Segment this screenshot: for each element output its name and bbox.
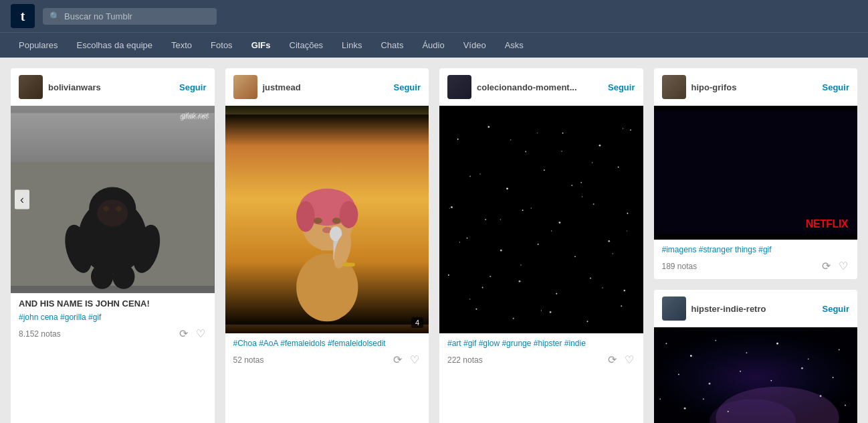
nav-item-video[interactable]: Vídeo bbox=[455, 35, 494, 56]
blog-name-1[interactable]: bolivianwars bbox=[48, 82, 101, 92]
avatar-hipster[interactable] bbox=[662, 297, 686, 321]
tags-4a[interactable]: #imagens #stranger things #gif bbox=[662, 245, 850, 254]
blog-name-3[interactable]: colecionando-moment... bbox=[477, 82, 577, 92]
card-footer-1: AND HIS NAME IS JOHN CENA! #john cena #g… bbox=[11, 293, 215, 347]
svg-point-57 bbox=[550, 311, 552, 313]
prev-arrow-1[interactable]: ‹ bbox=[15, 190, 29, 209]
svg-point-6 bbox=[103, 206, 109, 211]
svg-point-35 bbox=[544, 169, 545, 171]
actions-3: ⟳ ♡ bbox=[607, 352, 635, 367]
svg-point-81 bbox=[727, 411, 728, 412]
space-gif bbox=[654, 327, 858, 423]
svg-point-45 bbox=[500, 250, 502, 252]
follow-btn-2[interactable]: Seguir bbox=[394, 82, 421, 92]
avatar-hipogrifos[interactable] bbox=[662, 75, 686, 99]
header: t 🔍 bbox=[0, 0, 868, 32]
like-btn-3[interactable]: ♡ bbox=[623, 352, 635, 367]
netflix-gif: NETFLIX bbox=[654, 106, 858, 240]
svg-point-37 bbox=[618, 167, 619, 168]
svg-point-69 bbox=[838, 349, 839, 351]
actions-4a: ⟳ ♡ bbox=[821, 258, 849, 274]
reblog-btn-2[interactable]: ⟳ bbox=[392, 352, 403, 367]
svg-point-72 bbox=[740, 371, 741, 372]
svg-point-47 bbox=[574, 256, 576, 257]
nav-item-gifs[interactable]: GIFs bbox=[243, 35, 279, 56]
svg-point-55 bbox=[475, 309, 477, 310]
svg-rect-61 bbox=[654, 111, 858, 235]
svg-point-59 bbox=[621, 305, 622, 307]
search-icon: 🔍 bbox=[49, 11, 60, 21]
svg-point-66 bbox=[746, 352, 747, 353]
post-image-3[interactable] bbox=[439, 106, 643, 333]
nav-item-audio[interactable]: Áudio bbox=[414, 35, 452, 56]
svg-point-44 bbox=[467, 238, 468, 239]
nav-item-links[interactable]: Links bbox=[334, 35, 370, 56]
svg-point-58 bbox=[587, 321, 588, 322]
avatar-colecionando[interactable] bbox=[447, 75, 471, 99]
reblog-btn-3[interactable]: ⟳ bbox=[607, 352, 618, 367]
follow-btn-1[interactable]: Seguir bbox=[179, 82, 206, 92]
nav-item-fotos[interactable]: Fotos bbox=[203, 35, 241, 56]
tumblr-logo[interactable]: t bbox=[11, 4, 35, 28]
search-input[interactable] bbox=[64, 11, 210, 21]
nav-item-texto[interactable]: Texto bbox=[163, 35, 200, 56]
svg-point-70 bbox=[677, 373, 679, 375]
post-image-1[interactable]: gifak.net ‹ bbox=[11, 106, 215, 293]
like-btn-1[interactable]: ♡ bbox=[195, 326, 207, 341]
svg-point-18 bbox=[339, 201, 358, 228]
svg-point-46 bbox=[538, 244, 539, 245]
svg-point-49 bbox=[448, 274, 449, 276]
post-card-3: colecionando-moment... Seguir bbox=[439, 68, 643, 423]
nav-item-chats[interactable]: Chats bbox=[372, 35, 411, 56]
like-btn-4a[interactable]: ♡ bbox=[837, 258, 849, 274]
avatar-bolivianwars[interactable] bbox=[19, 75, 43, 99]
svg-point-83 bbox=[819, 395, 821, 397]
svg-point-33 bbox=[469, 175, 471, 177]
post-image-2[interactable]: 4 bbox=[225, 106, 429, 333]
card-footer-4a: #imagens #stranger things #gif 189 notas… bbox=[654, 240, 858, 279]
blog-name-4b[interactable]: hipster-indie-retro bbox=[691, 304, 766, 314]
search-bar[interactable]: 🔍 bbox=[43, 8, 217, 25]
svg-point-27 bbox=[457, 139, 459, 140]
follow-btn-4a[interactable]: Seguir bbox=[823, 82, 849, 92]
svg-point-68 bbox=[807, 358, 808, 359]
follow-btn-3[interactable]: Seguir bbox=[608, 82, 635, 92]
tags-1[interactable]: #john cena #gorilla #gif bbox=[19, 313, 207, 322]
reblog-btn-1[interactable]: ⟳ bbox=[178, 326, 189, 341]
reblog-btn-4a[interactable]: ⟳ bbox=[821, 258, 832, 274]
svg-point-67 bbox=[776, 343, 778, 345]
tags-2[interactable]: #Choa #AoA #femaleidols #femaleidolsedit bbox=[233, 339, 421, 348]
svg-point-78 bbox=[659, 398, 661, 400]
svg-point-7 bbox=[116, 206, 122, 211]
svg-point-51 bbox=[519, 280, 521, 282]
follow-btn-4b[interactable]: Seguir bbox=[823, 304, 849, 314]
nav-item-equipe[interactable]: Escolhas da equipe bbox=[69, 35, 160, 56]
nav-item-asks[interactable]: Asks bbox=[497, 35, 532, 56]
nav-item-populares[interactable]: Populares bbox=[11, 35, 66, 56]
svg-point-79 bbox=[683, 408, 685, 410]
gif-badge-2: 4 bbox=[411, 317, 423, 328]
svg-point-82 bbox=[845, 405, 846, 406]
svg-point-20 bbox=[332, 218, 340, 224]
blog-name-2[interactable]: justmead bbox=[263, 82, 301, 92]
svg-point-43 bbox=[627, 213, 629, 214]
blog-name-4a[interactable]: hipo-grifos bbox=[691, 82, 737, 92]
post-meta-3: 222 notas ⟳ ♡ bbox=[447, 352, 635, 367]
like-btn-2[interactable]: ♡ bbox=[409, 352, 421, 367]
tags-3[interactable]: #art #gif #glow #grunge #hipster #indie bbox=[447, 339, 635, 348]
svg-point-11 bbox=[112, 264, 134, 289]
post-card-4a: hipo-grifos Seguir NETFLIX #imagens #s bbox=[654, 68, 858, 279]
svg-point-52 bbox=[556, 293, 557, 294]
nav-item-citacoes[interactable]: Citações bbox=[282, 35, 332, 56]
notes-2: 52 notas bbox=[233, 355, 264, 365]
justmead-gif bbox=[225, 106, 429, 333]
post-image-4a[interactable]: NETFLIX bbox=[654, 106, 858, 240]
svg-point-39 bbox=[485, 219, 486, 220]
svg-point-30 bbox=[562, 133, 564, 134]
post-image-4b[interactable] bbox=[654, 327, 858, 423]
stars-gif bbox=[439, 106, 643, 333]
svg-point-53 bbox=[590, 278, 591, 279]
svg-point-75 bbox=[832, 377, 833, 378]
svg-rect-25 bbox=[342, 263, 354, 267]
avatar-justmead[interactable] bbox=[233, 75, 257, 99]
